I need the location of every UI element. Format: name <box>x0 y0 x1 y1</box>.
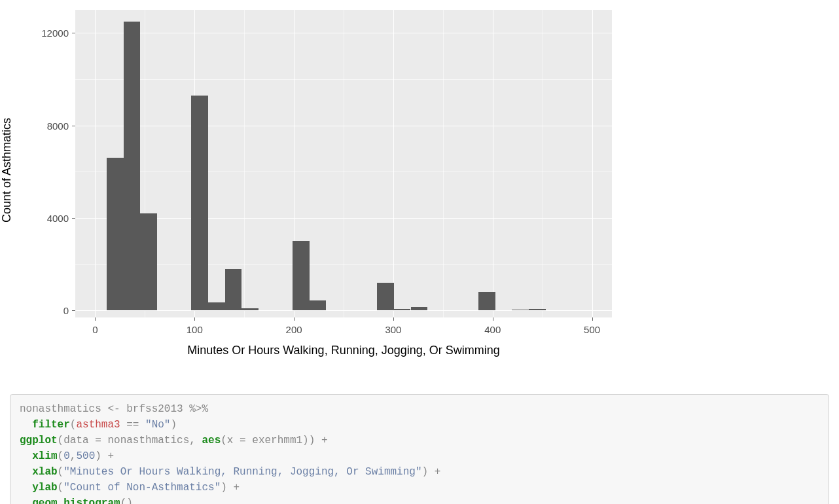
code-fn-filter: filter <box>32 419 70 431</box>
y-tick-mark <box>72 218 75 219</box>
code-line-1: nonasthmatics <- brfss2013 %>% <box>20 403 208 415</box>
code-arg-asthma3: asthma3 <box>76 419 120 431</box>
histogram-bar <box>107 158 124 310</box>
x-tick-mark <box>194 317 195 321</box>
y-tick-label: 8000 <box>29 120 69 131</box>
y-tick-label: 0 <box>29 305 69 316</box>
gridline-v-minor <box>543 10 543 317</box>
histogram-bar <box>394 309 411 311</box>
x-tick-mark <box>393 317 394 321</box>
y-tick-mark <box>72 33 75 33</box>
x-tick-label: 500 <box>579 324 605 335</box>
histogram-chart: Count of Asthmatics Minutes Or Hours Wal… <box>10 0 638 360</box>
code-fn-ggplot: ggplot <box>20 435 58 446</box>
x-tick-label: 0 <box>82 324 108 335</box>
gridline-v <box>493 10 493 317</box>
y-tick-mark <box>72 126 75 126</box>
x-tick-mark <box>592 317 593 321</box>
x-tick-mark <box>294 317 295 321</box>
gridline-v <box>95 10 96 317</box>
plot-area <box>75 10 612 317</box>
code-num-0: 0 <box>63 450 70 462</box>
histogram-bar <box>208 302 225 310</box>
x-tick-mark <box>493 317 493 321</box>
gridline-v-minor <box>443 10 444 317</box>
code-str-ylab: "Count of Non-Asthmatics" <box>63 482 221 494</box>
code-str-xlab: "Minutes Or Hours Walking, Running, Jogg… <box>63 466 421 478</box>
code-op-plus-3: + <box>227 482 240 494</box>
code-block: nonasthmatics <- brfss2013 %>% filter(as… <box>10 394 829 504</box>
x-tick-label: 400 <box>480 324 506 335</box>
x-axis-label: Minutes Or Hours Walking, Running, Joggi… <box>75 344 612 357</box>
x-tick-label: 200 <box>281 324 307 335</box>
code-fn-xlab: xlab <box>32 466 57 478</box>
code-num-500: 500 <box>76 450 95 462</box>
code-op-plus-1: + <box>101 450 114 462</box>
histogram-bar <box>411 307 428 310</box>
code-fn-geom-histogram: geom_histogram <box>32 497 120 504</box>
code-op-eq: == <box>120 419 145 431</box>
code-fn-aes: aes <box>202 435 221 446</box>
y-axis-label: Count of Asthmatics <box>0 118 14 223</box>
y-tick-label: 4000 <box>29 213 69 224</box>
code-op-plus-2: + <box>428 466 440 478</box>
gridline-v-minor <box>244 10 245 317</box>
gridline-v <box>393 10 394 317</box>
histogram-bar <box>140 213 157 310</box>
x-tick-label: 100 <box>181 324 207 335</box>
histogram-bar <box>191 96 208 311</box>
histogram-bar <box>225 269 242 311</box>
gridline-v <box>592 10 593 317</box>
histogram-bar <box>124 22 141 311</box>
code-str-no: "No" <box>145 419 170 431</box>
histogram-bar <box>241 308 259 311</box>
histogram-bar <box>293 241 310 310</box>
code-fn-xlim: xlim <box>32 450 57 462</box>
code-ggplot-args: (data = nonasthmatics, <box>58 435 202 446</box>
x-tick-label: 300 <box>380 324 406 335</box>
gridline-v-minor <box>344 10 344 317</box>
x-tick-mark <box>95 317 96 321</box>
y-tick-label: 12000 <box>29 27 69 39</box>
code-aes-args: (x = exerhmm1)) + <box>221 435 327 446</box>
histogram-bar <box>512 310 529 311</box>
histogram-bar <box>377 283 394 310</box>
histogram-bar <box>310 300 327 311</box>
histogram-bar <box>529 309 546 311</box>
histogram-bar <box>478 292 495 310</box>
code-fn-ylab: ylab <box>32 482 57 494</box>
y-tick-mark <box>72 310 75 311</box>
